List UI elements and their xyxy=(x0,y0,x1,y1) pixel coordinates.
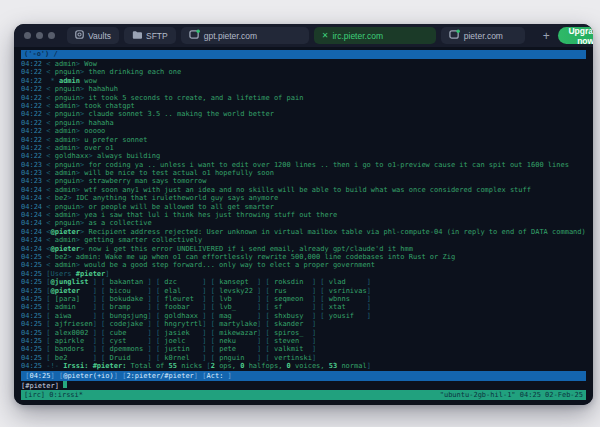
terminal-line: 04:25 [Users #pieter] xyxy=(21,270,586,278)
folder-icon xyxy=(132,30,142,41)
terminal-line: 04:25 [ alex0002 ] [ cube ] [ jasiek ] [… xyxy=(21,329,586,337)
terminal-line: 04:24 < pnguin> or people will be allowe… xyxy=(21,203,586,211)
tmux-statusbar: [irc] 0:irssi* "ubuntu-2gb-hil-1" 04:25 … xyxy=(21,390,586,400)
input-prompt: [#pieter] xyxy=(21,382,59,390)
window-controls xyxy=(24,32,55,39)
terminal-line: 04:24 < admin> yea i saw that lul i thin… xyxy=(21,211,586,219)
terminal-line: 04:25 [@pieter ] [ bicou ] [ elal ] [ le… xyxy=(21,287,586,295)
terminal-line: 04:24 < be2> IDC anything that irulethew… xyxy=(21,194,586,202)
tab-vaults[interactable]: Vaults xyxy=(67,27,119,44)
new-tab-button[interactable]: + xyxy=(539,29,554,43)
terminal-line: 04:22 < pnguin> hahaha xyxy=(21,119,586,127)
vaults-icon xyxy=(75,30,84,41)
tab-label: pieter.com xyxy=(464,31,503,41)
terminal-line: 04:25 [ ajfriesen] [ codejake ] [ hngryt… xyxy=(21,320,586,328)
terminal-line: 04:24 < admin> getting smarter collectiv… xyxy=(21,236,586,244)
terminal-line: 04:25 [ be2 ] [ Druid ] [ k0rnel ] [ png… xyxy=(21,354,586,362)
tab-pieter-com[interactable]: pieter.com xyxy=(441,27,525,44)
text-cursor xyxy=(63,381,67,388)
terminal-line: 04:25 [ bandors ] [ dpemmons ] [ justin … xyxy=(21,345,586,353)
terminal-line: 04:23 < pnguin> strawberry man says tomo… xyxy=(21,177,586,185)
terminal-line: 04:22 < admin> over o1 xyxy=(21,144,586,152)
tmux-host-clock: "ubuntu-2gb-hil-1" 04:25 02-Feb-25 xyxy=(440,390,583,400)
tab-bar: VaultsSFTPgpt.pieter.com✕irc.pieter.comp… xyxy=(67,27,525,44)
terminal-line: 04:25 < be2> admin: Wake me up when o1 c… xyxy=(21,253,586,261)
terminal-line: 04:22 < admin> took chatgpt xyxy=(21,102,586,110)
tmux-session-windows: [irc] 0:irssi* xyxy=(24,390,83,400)
terminal-line: 04:24 <@pieter> now i get this error UND… xyxy=(21,245,586,253)
input-line[interactable]: [#pieter] xyxy=(21,381,586,390)
terminal-line: 04:22 < admin> u prefer sonnet xyxy=(21,136,586,144)
terminal-line: 04:25 < admin> would be a good step forw… xyxy=(21,261,586,269)
terminal-line: 04:22 < goldhaxx> always building xyxy=(21,152,586,160)
terminal-line: 04:23 < admin> will be nice to test actu… xyxy=(21,169,586,177)
terminal-line: 04:25 -!- Irssi: #pieter: Total of 55 ni… xyxy=(21,362,586,370)
terminal-line: 04:22 * admin wow xyxy=(21,77,586,85)
terminal-line: 04:22 < pnguin> hahahuh xyxy=(21,85,586,93)
irssi-statusbar: [04:25] [@pieter(+io)] [2:pieter/#pieter… xyxy=(21,371,586,381)
host-icon xyxy=(449,29,460,42)
irc-topic-bar: ('-o') / xyxy=(21,50,586,59)
terminal-line: 04:25 [ apirkle ] [ cyst ] [ joelc ] [ n… xyxy=(21,337,586,345)
terminal-line: 04:25 [@junglist ] [ bakantan ] [ dzc ] … xyxy=(21,278,586,286)
app-window: VaultsSFTPgpt.pieter.com✕irc.pieter.comp… xyxy=(14,24,593,405)
terminal-line: 04:24 < admin> wtf soon any1 with just a… xyxy=(21,186,586,194)
terminal-line: 04:22 < admin> Wow xyxy=(21,60,586,68)
title-bar: VaultsSFTPgpt.pieter.com✕irc.pieter.comp… xyxy=(14,24,593,47)
tab-label: gpt.pieter.com xyxy=(204,31,257,41)
tab-sftp[interactable]: SFTP xyxy=(124,27,176,44)
terminal-line: 04:22 < pnguin> then drinking each one xyxy=(21,68,586,76)
terminal-line: 04:23 < pnguin> for coding ya .. unless … xyxy=(21,161,586,169)
close-icon[interactable]: ✕ xyxy=(322,31,329,40)
upgrade-button[interactable]: Upgrade now ↑ xyxy=(558,27,593,44)
window-close-button[interactable] xyxy=(24,32,31,39)
terminal-screen[interactable]: ('-o') / 04:22 < admin> Wow04:22 < pngui… xyxy=(14,47,593,405)
titlebar-right-group: Upgrade now ↑ xyxy=(558,27,593,44)
terminal-output: 04:22 < admin> Wow04:22 < pnguin> then d… xyxy=(21,60,586,370)
upgrade-label: Upgrade now xyxy=(567,26,593,46)
terminal-line: 04:24 <@pieter> Recipient address reject… xyxy=(21,228,586,236)
window-minimize-button[interactable] xyxy=(36,32,43,39)
tab-gpt-pieter-com[interactable]: gpt.pieter.com xyxy=(181,27,309,44)
terminal-line: 04:22 < pnguin> claude sonnet 3.5 .. mak… xyxy=(21,110,586,118)
terminal-line: 04:22 < admin> ooooo xyxy=(21,127,586,135)
terminal-line: 04:25 [ aiwa ] [ bungsjung] [ goldhaxx ]… xyxy=(21,312,586,320)
tab-label: Vaults xyxy=(88,31,111,41)
tab-label: SFTP xyxy=(146,31,168,41)
terminal-line: 04:25 [ admin ] [ bramp ] [ foobar ] [ l… xyxy=(21,303,586,311)
terminal-line: 04:22 < pnguin> it took 5 seconds to cre… xyxy=(21,94,586,102)
host-icon xyxy=(189,29,200,42)
window-zoom-button[interactable] xyxy=(48,32,55,39)
terminal-line: 04:25 [ [para] ] [ bokudake ] [ fleuret … xyxy=(21,295,586,303)
tab-label: irc.pieter.com xyxy=(332,31,383,41)
terminal-line: 04:24 < pnguin> as a collective xyxy=(21,219,586,227)
tab-irc-pieter-com[interactable]: ✕irc.pieter.com xyxy=(314,27,436,44)
